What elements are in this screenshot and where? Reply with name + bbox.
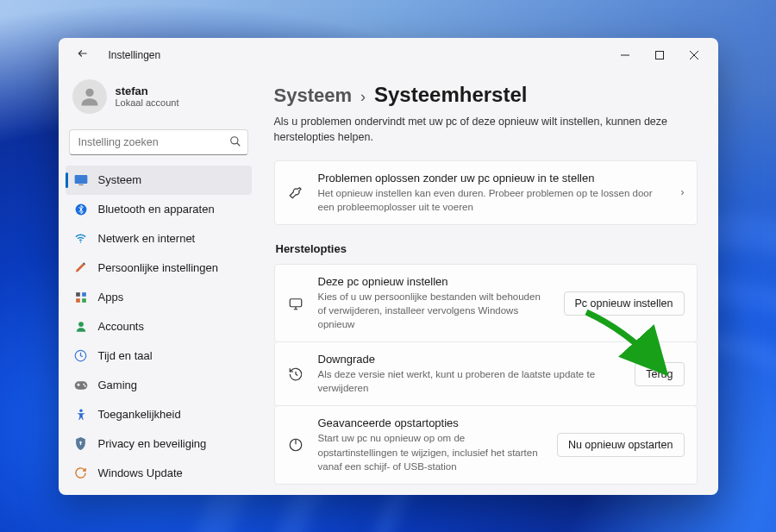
maximize-button[interactable] xyxy=(642,42,677,68)
apps-icon xyxy=(74,291,88,304)
svg-rect-12 xyxy=(76,292,80,297)
avatar xyxy=(72,79,107,114)
wifi-icon xyxy=(74,232,88,246)
nav-item-accounts[interactable]: Accounts xyxy=(66,312,252,341)
nav-item-label: Tijd en taal xyxy=(98,349,153,362)
titlebar: Instellingen xyxy=(59,38,718,72)
nav-item-network[interactable]: Netwerk en internet xyxy=(66,224,252,253)
nav-item-personalization[interactable]: Persoonlijke instellingen xyxy=(66,253,252,283)
nav-item-accessibility[interactable]: Toegankelijkheid xyxy=(66,400,252,429)
card-desc: Start uw pc nu opnieuw op om de opstarti… xyxy=(318,431,543,473)
intro-text: Als u problemen ondervindt met uw pc of … xyxy=(274,114,688,145)
nav-item-system[interactable]: Systeem xyxy=(66,166,252,195)
svg-point-20 xyxy=(84,385,85,386)
svg-rect-2 xyxy=(655,51,663,59)
reset-icon xyxy=(287,296,304,311)
nav-item-label: Netwerk en internet xyxy=(98,232,196,245)
nav-item-bluetooth[interactable]: Bluetooth en apparaten xyxy=(66,195,252,224)
card-title: Deze pc opnieuw instellen xyxy=(318,275,550,288)
troubleshoot-card[interactable]: Problemen oplossen zonder uw pc opnieuw … xyxy=(274,160,698,225)
svg-line-7 xyxy=(236,142,240,146)
nav-item-apps[interactable]: Apps xyxy=(66,283,252,312)
nav-list: Systeem Bluetooth en apparaten Netwerk e… xyxy=(66,166,252,488)
nav-item-label: Systeem xyxy=(98,173,142,186)
card-title: Problemen oplossen zonder uw pc opnieuw … xyxy=(318,172,667,185)
svg-rect-26 xyxy=(290,298,302,306)
nav-item-label: Persoonlijke instellingen xyxy=(98,261,218,274)
minimize-button[interactable] xyxy=(608,42,642,68)
nav-item-label: Privacy en beveiliging xyxy=(98,437,207,450)
nav-item-label: Gaming xyxy=(98,379,138,391)
nav-item-label: Toegankelijkheid xyxy=(98,408,181,421)
svg-rect-14 xyxy=(76,298,80,303)
svg-rect-15 xyxy=(82,298,86,303)
account-name: stefan xyxy=(116,84,179,97)
breadcrumb: Systeem › Systeemherstel xyxy=(274,83,698,107)
account-block[interactable]: stefan Lokaal account xyxy=(66,76,252,126)
nav-item-label: Apps xyxy=(98,291,124,304)
section-recovery-title: Herstelopties xyxy=(276,242,698,255)
breadcrumb-parent[interactable]: Systeem xyxy=(274,84,353,107)
chevron-right-icon: › xyxy=(360,88,366,106)
reset-pc-card: Deze pc opnieuw instellen Kies of u uw p… xyxy=(274,264,698,342)
nav-item-time[interactable]: Tijd en taal xyxy=(66,341,252,371)
power-restart-icon xyxy=(287,437,304,453)
search-icon xyxy=(229,135,241,150)
shield-icon xyxy=(74,437,88,451)
card-desc: Als deze versie niet werkt, kunt u probe… xyxy=(318,367,622,395)
nav-item-update[interactable]: Windows Update xyxy=(66,459,252,488)
svg-point-6 xyxy=(230,136,237,143)
update-icon xyxy=(74,466,88,480)
card-title: Geavanceerde opstartopties xyxy=(318,416,543,429)
svg-rect-13 xyxy=(82,292,86,297)
clock-globe-icon xyxy=(74,349,88,363)
page-title: Systeemherstel xyxy=(374,83,527,107)
card-title: Downgrade xyxy=(318,353,622,366)
search-input[interactable] xyxy=(69,129,248,155)
svg-point-16 xyxy=(78,322,84,327)
svg-rect-9 xyxy=(78,184,83,185)
svg-point-19 xyxy=(83,383,84,385)
svg-rect-25 xyxy=(80,442,81,445)
nav-item-gaming[interactable]: Gaming xyxy=(66,371,252,400)
main-content: Systeem › Systeemherstel Als u problemen… xyxy=(259,72,718,495)
nav-item-label: Bluetooth en apparaten xyxy=(98,203,215,216)
sidebar: stefan Lokaal account Systeem Bluetooth … xyxy=(59,72,259,495)
display-icon xyxy=(74,173,88,187)
brush-icon xyxy=(74,261,88,275)
advanced-startup-card: Geavanceerde opstartopties Start uw pc n… xyxy=(274,406,698,484)
person-icon xyxy=(74,320,88,334)
restart-now-button[interactable]: Nu opnieuw opstarten xyxy=(557,433,685,457)
bluetooth-icon xyxy=(74,203,88,216)
svg-rect-8 xyxy=(74,175,87,184)
history-icon xyxy=(287,366,304,382)
svg-point-5 xyxy=(85,88,93,96)
back-button[interactable] xyxy=(72,47,93,62)
card-desc: Kies of u uw persoonlijke bestanden wilt… xyxy=(318,290,550,331)
account-sub: Lokaal account xyxy=(116,97,179,108)
close-button[interactable] xyxy=(677,42,711,68)
window-title: Instellingen xyxy=(109,49,161,61)
reset-pc-button[interactable]: Pc opnieuw instellen xyxy=(564,291,685,316)
wrench-icon xyxy=(287,185,304,200)
accessibility-icon xyxy=(74,408,88,422)
chevron-right-icon: › xyxy=(681,186,685,198)
svg-point-11 xyxy=(80,241,82,243)
gamepad-icon xyxy=(74,379,88,392)
settings-window: Instellingen stefan Lokaal account xyxy=(59,38,718,495)
nav-item-label: Windows Update xyxy=(98,466,183,479)
go-back-button[interactable]: Terug xyxy=(635,362,684,386)
card-desc: Het opnieuw instellen kan even duren. Pr… xyxy=(318,186,667,214)
nav-item-label: Accounts xyxy=(98,320,144,333)
downgrade-card: Downgrade Als deze versie niet werkt, ku… xyxy=(274,342,698,406)
svg-point-23 xyxy=(79,409,83,412)
nav-item-privacy[interactable]: Privacy en beveiliging xyxy=(66,429,252,459)
svg-rect-22 xyxy=(78,383,78,385)
